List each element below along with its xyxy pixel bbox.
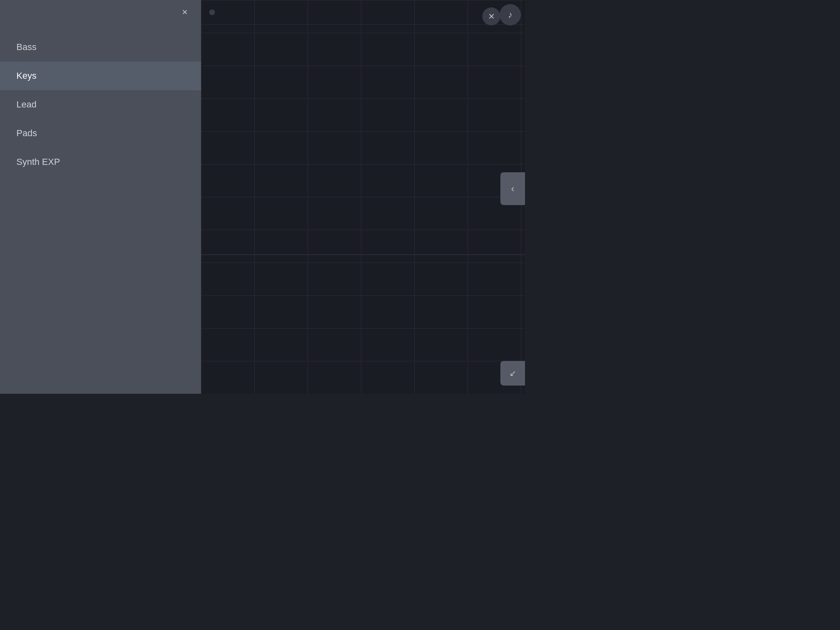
sidebar-item-synth-exp-label: Synth EXP bbox=[16, 157, 60, 167]
sidebar: ✕ Bass Keys Lead Pads Synth EXP bbox=[0, 0, 201, 394]
sidebar-item-keys-label: Keys bbox=[16, 71, 37, 81]
sidebar-item-bass-label: Bass bbox=[16, 42, 37, 52]
top-bar bbox=[201, 0, 525, 25]
back-button[interactable]: ‹ bbox=[500, 172, 525, 205]
sidebar-header: ✕ bbox=[0, 0, 201, 25]
chevron-left-icon: ‹ bbox=[511, 183, 514, 194]
sidebar-item-pads-label: Pads bbox=[16, 128, 37, 138]
bottom-right-button[interactable]: ↙ bbox=[500, 361, 525, 386]
sidebar-item-lead-label: Lead bbox=[16, 99, 37, 110]
top-right-icon-button[interactable]: ♪ bbox=[500, 4, 521, 25]
grid-area bbox=[201, 0, 525, 394]
sidebar-item-pads[interactable]: Pads bbox=[0, 119, 201, 148]
sidebar-item-bass[interactable]: Bass bbox=[0, 33, 201, 62]
close-icon: ✕ bbox=[182, 8, 188, 17]
arrow-down-left-icon: ↙ bbox=[509, 368, 516, 378]
music-icon: ♪ bbox=[508, 9, 513, 20]
close-x-button[interactable]: ✕ bbox=[482, 7, 500, 25]
menu-items: Bass Keys Lead Pads Synth EXP bbox=[0, 25, 201, 185]
sidebar-item-lead[interactable]: Lead bbox=[0, 90, 201, 119]
sidebar-item-keys[interactable]: Keys bbox=[0, 62, 201, 90]
close-x-icon: ✕ bbox=[488, 11, 495, 21]
top-dot-1 bbox=[209, 9, 215, 15]
sidebar-close-button[interactable]: ✕ bbox=[178, 6, 191, 19]
grid-divider bbox=[201, 254, 525, 255]
sidebar-item-synth-exp[interactable]: Synth EXP bbox=[0, 148, 201, 176]
